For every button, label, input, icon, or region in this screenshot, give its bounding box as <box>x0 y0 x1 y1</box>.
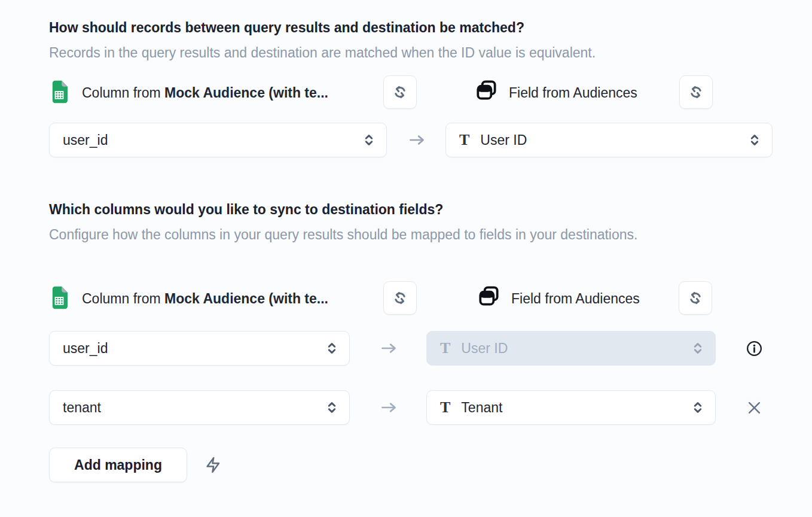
suggest-mappings-lightning-icon[interactable] <box>204 456 222 474</box>
source-column-header: Column fromMock Audience (with te... <box>82 84 328 102</box>
chevron-up-down-icon <box>361 132 377 148</box>
refresh-icon <box>392 84 408 101</box>
audiences-icon <box>474 78 499 103</box>
source-column-header: Column fromMock Audience (with te... <box>82 290 328 308</box>
source-header-prefix: Column from <box>82 85 161 101</box>
chevron-up-down-icon <box>690 340 706 356</box>
sync-source-column-value: user_id <box>63 340 108 357</box>
match-destination-field-select[interactable]: T User ID <box>445 123 773 157</box>
match-destination-field-value: User ID <box>480 132 527 148</box>
info-icon[interactable] <box>746 340 763 357</box>
sync-source-column-select-0[interactable]: user_id <box>49 331 350 366</box>
text-type-icon: T <box>459 132 469 148</box>
sync-question-title: Which columns would you like to sync to … <box>49 200 443 218</box>
destination-field-header: Field from Audiences <box>511 290 640 308</box>
refresh-icon <box>687 290 704 306</box>
matching-question-description: Records in the query results and destina… <box>49 41 596 65</box>
arrow-right-icon <box>407 130 427 150</box>
source-header-model-name: Mock Audience (with te... <box>164 85 328 101</box>
sync-destination-field-value: User ID <box>461 340 508 357</box>
text-type-icon: T <box>440 340 450 356</box>
add-mapping-button[interactable]: Add mapping <box>49 448 187 482</box>
google-sheets-icon <box>51 286 68 309</box>
chevron-up-down-icon <box>324 400 340 415</box>
google-sheets-icon <box>51 80 68 104</box>
source-header-model-name: Mock Audience (with te... <box>164 291 328 306</box>
text-type-icon: T <box>440 400 450 415</box>
refresh-destination-fields-button[interactable] <box>679 281 712 315</box>
sync-source-column-value: tenant <box>63 400 101 416</box>
arrow-right-icon <box>378 397 399 418</box>
chevron-up-down-icon <box>747 132 762 148</box>
destination-field-header: Field from Audiences <box>509 84 637 102</box>
refresh-icon <box>392 290 408 306</box>
sync-destination-field-select-0: T User ID <box>426 331 716 366</box>
sync-question-description: Configure how the columns in your query … <box>49 223 637 247</box>
sync-field-mapping-page: How should records between query results… <box>0 0 812 517</box>
audiences-icon <box>477 284 502 309</box>
sync-source-column-select-1[interactable]: tenant <box>49 390 350 425</box>
chevron-up-down-icon <box>324 340 340 356</box>
source-header-prefix: Column from <box>82 291 161 306</box>
match-source-column-select[interactable]: user_id <box>49 123 387 157</box>
refresh-destination-fields-button[interactable] <box>679 75 713 109</box>
sync-destination-field-select-1[interactable]: T Tenant <box>426 390 716 425</box>
remove-mapping-icon[interactable] <box>745 399 764 417</box>
match-source-column-value: user_id <box>63 132 108 148</box>
matching-question-title: How should records between query results… <box>49 19 524 37</box>
arrow-right-icon <box>378 338 399 358</box>
chevron-up-down-icon <box>690 400 706 415</box>
sync-destination-field-value: Tenant <box>461 400 502 416</box>
refresh-source-columns-button[interactable] <box>383 75 417 109</box>
refresh-icon <box>688 84 704 101</box>
refresh-source-columns-button[interactable] <box>383 281 417 315</box>
